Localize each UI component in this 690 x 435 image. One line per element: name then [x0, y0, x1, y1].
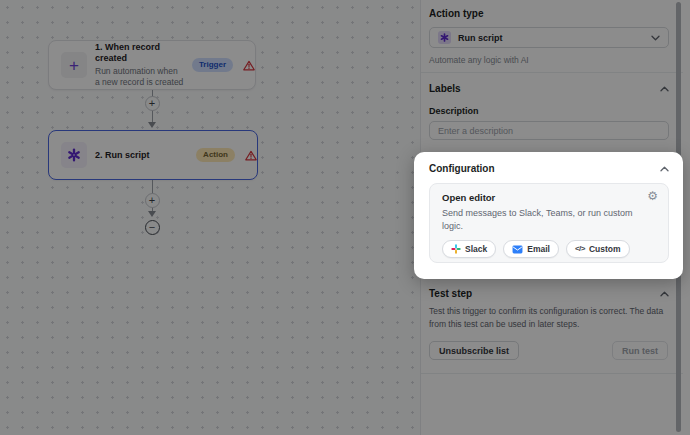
action-type-selected-value: Run script: [458, 33, 644, 43]
slack-icon: [451, 244, 461, 254]
code-icon: </>: [575, 244, 585, 254]
add-step-button[interactable]: +: [145, 193, 160, 208]
email-icon: [512, 245, 523, 254]
arrow-down-icon: [148, 122, 156, 128]
test-step-description: Test this trigger to confirm its configu…: [429, 305, 671, 331]
script-icon: [438, 31, 451, 44]
action-badge: Action: [196, 148, 235, 162]
warning-icon: [245, 150, 257, 161]
warning-icon: [243, 60, 255, 71]
configuration-section-spotlight: Configuration Open editor ⚙ Send message…: [414, 152, 683, 279]
action-type-dropdown[interactable]: Run script: [429, 27, 669, 48]
action-node[interactable]: 2. Run script Action: [48, 130, 258, 180]
script-icon: [61, 142, 87, 168]
action-type-header: Action type: [429, 8, 483, 19]
arrow-down-icon: [148, 211, 156, 217]
email-chip[interactable]: Email: [503, 240, 559, 258]
chevron-up-icon: [660, 291, 669, 297]
description-input[interactable]: [429, 121, 669, 140]
configuration-section-header[interactable]: Configuration: [429, 163, 669, 174]
open-editor-title: Open editor: [442, 192, 656, 203]
slack-chip[interactable]: Slack: [442, 240, 496, 258]
action-type-hint: Automate any logic with AI: [429, 55, 529, 65]
chevron-up-icon: [660, 166, 669, 172]
flow-end-marker: −: [145, 220, 160, 235]
trigger-node-subtitle: Run automation when a new record is crea…: [95, 66, 184, 88]
labels-section-header[interactable]: Labels: [429, 83, 669, 94]
open-editor-card[interactable]: Open editor ⚙ Send messages to Slack, Te…: [429, 183, 669, 263]
chevron-up-icon: [660, 86, 669, 92]
open-editor-description: Send messages to Slack, Teams, or run cu…: [442, 207, 637, 233]
action-node-title: 2. Run script: [95, 150, 188, 161]
gear-icon[interactable]: ⚙: [647, 190, 658, 202]
section-divider: [421, 373, 683, 374]
run-test-button[interactable]: Run test: [612, 341, 668, 360]
integration-chips: Slack Email </> Custom: [442, 240, 656, 258]
unsubscribe-list-button[interactable]: Unsubscribe list: [429, 341, 519, 360]
section-divider: [421, 72, 683, 73]
add-step-button[interactable]: +: [145, 96, 160, 111]
description-field-label: Description: [429, 106, 479, 116]
trigger-node-title: 1. When record created: [95, 42, 184, 64]
custom-chip[interactable]: </> Custom: [566, 240, 630, 258]
trigger-badge: Trigger: [192, 58, 233, 72]
automation-builder-window: + 1. When record created Run automation …: [0, 0, 690, 435]
step-config-panel: Action type Run script Automate any logi…: [420, 0, 690, 435]
test-step-section-header[interactable]: Test step: [429, 288, 669, 299]
plus-icon: +: [61, 52, 87, 78]
trigger-node[interactable]: + 1. When record created Run automation …: [48, 40, 256, 90]
chevron-down-icon: [651, 35, 660, 41]
